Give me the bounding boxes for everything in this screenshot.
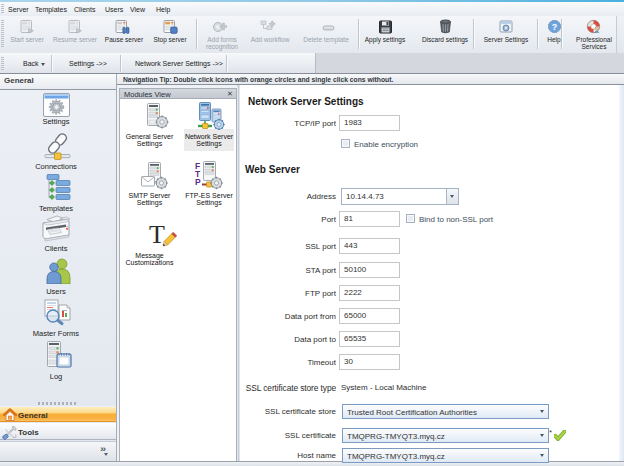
svg-text:?: ?: [552, 22, 558, 32]
svg-text:P: P: [195, 177, 201, 187]
svg-text:T: T: [149, 220, 165, 249]
